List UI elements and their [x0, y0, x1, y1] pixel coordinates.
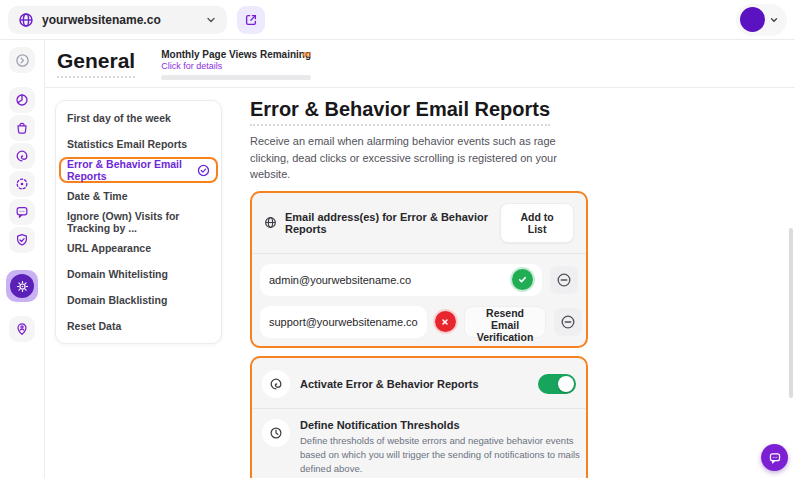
sidebar-item-analytics[interactable] — [9, 115, 35, 141]
content-area: First day of the week Statistics Email R… — [45, 88, 795, 478]
minus-circle-icon — [556, 272, 572, 288]
open-website-button[interactable] — [237, 6, 265, 34]
clock-icon — [262, 419, 290, 447]
icon-sidebar — [0, 40, 45, 478]
menu-item-date-time[interactable]: Date & Time — [59, 183, 218, 209]
website-name: yourwebsitename.co — [42, 13, 161, 27]
resend-email-verification-button[interactable]: Resend Email Verification — [464, 306, 547, 338]
menu-item-label: Error & Behavior Email Reports — [67, 158, 197, 182]
website-selector[interactable]: yourwebsitename.co — [8, 6, 227, 34]
remove-email-button[interactable] — [550, 266, 578, 294]
menu-item-domain-whitelisting[interactable]: Domain Whitelisting — [59, 261, 218, 287]
infinity-symbol: ∞ — [303, 47, 312, 61]
settings-menu: First day of the week Statistics Email R… — [55, 100, 222, 344]
top-bar: yourwebsitename.co — [0, 0, 795, 40]
minus-circle-icon — [560, 314, 576, 330]
sidebar-item-behavior[interactable] — [9, 143, 35, 169]
globe-icon — [264, 216, 277, 229]
email-box-title: Email address(es) for Error & Behavior R… — [285, 211, 492, 235]
usage-label: Monthly Page Views Remaining — [161, 49, 311, 60]
external-link-icon — [244, 13, 258, 27]
activate-label: Activate Error & Behavior Reports — [300, 378, 479, 390]
collapse-sidebar-button[interactable] — [9, 47, 35, 73]
gear-icon — [10, 274, 34, 298]
thresholds-row: Define Notification Thresholds Define th… — [260, 409, 578, 478]
page-header: General Monthly Page Views Remaining Cli… — [45, 40, 795, 88]
email-field-admin[interactable]: admin@yourwebsitename.co — [260, 264, 542, 296]
shopping-bag-icon — [15, 121, 29, 135]
globe-icon — [18, 12, 34, 28]
chat-bubble-icon — [768, 451, 782, 465]
sidebar-item-visitors[interactable] — [9, 316, 35, 342]
chat-bubble-icon — [15, 205, 29, 219]
scrollbar[interactable] — [789, 228, 793, 398]
sidebar-item-session-recordings[interactable] — [9, 171, 35, 197]
location-person-icon — [15, 322, 29, 336]
sidebar-item-dashboard[interactable] — [9, 87, 35, 113]
thresholds-description: Define thresholds of website errors and … — [300, 434, 582, 477]
spiral-icon — [15, 149, 29, 163]
spiral-icon — [262, 370, 290, 398]
sidebar-item-privacy[interactable] — [9, 227, 35, 253]
menu-item-reset-data[interactable]: Reset Data — [59, 313, 218, 339]
sidebar-item-feedback[interactable] — [9, 199, 35, 225]
chevron-down-icon — [769, 15, 779, 25]
pie-chart-icon — [15, 93, 29, 107]
usage-progress-bar — [161, 75, 311, 80]
add-to-list-button[interactable]: Add to List — [500, 203, 574, 243]
email-address: admin@yourwebsitename.co — [269, 274, 411, 286]
menu-item-error-behavior-email-reports[interactable]: Error & Behavior Email Reports — [59, 157, 218, 183]
section-title: Error & Behavior Email Reports — [250, 98, 550, 126]
main-panel: Error & Behavior Email Reports Receive a… — [250, 88, 588, 478]
email-address: support@yourwebsitename.co — [269, 316, 418, 328]
check-circle-icon — [197, 164, 210, 177]
menu-item-ignore-own-visits[interactable]: Ignore (Own) Visits for Tracking by ... — [59, 209, 218, 235]
menu-item-url-appearance[interactable]: URL Appearance — [59, 235, 218, 261]
thresholds-title: Define Notification Thresholds — [300, 419, 582, 431]
menu-item-statistics-email-reports[interactable]: Statistics Email Reports — [59, 131, 218, 157]
account-menu[interactable] — [736, 4, 787, 36]
shield-check-icon — [15, 233, 29, 247]
verified-check-icon — [512, 269, 533, 290]
activate-toggle[interactable] — [538, 374, 576, 394]
activate-row: Activate Error & Behavior Reports — [260, 366, 578, 408]
reports-settings-box: Activate Error & Behavior Reports Define… — [250, 356, 588, 478]
menu-item-domain-blacklisting[interactable]: Domain Blacklisting — [59, 287, 218, 313]
usage-details-link[interactable]: Click for details — [161, 61, 311, 71]
focus-dots-icon — [15, 177, 29, 191]
email-row: admin@yourwebsitename.co — [260, 264, 578, 296]
avatar — [740, 7, 765, 32]
page-views-usage-widget: Monthly Page Views Remaining Click for d… — [161, 47, 311, 80]
sidebar-item-settings[interactable] — [6, 270, 38, 302]
email-addresses-box: Email address(es) for Error & Behavior R… — [250, 191, 588, 348]
expand-arrow-icon — [15, 53, 30, 68]
chevron-down-icon — [205, 14, 217, 26]
menu-item-first-day-of-week[interactable]: First day of the week — [59, 105, 218, 131]
remove-email-button[interactable] — [554, 308, 582, 336]
page-title: General — [57, 49, 135, 78]
email-row: support@yourwebsitename.co Resend Email … — [260, 306, 578, 338]
support-chat-button[interactable] — [761, 444, 788, 471]
email-field-support[interactable]: support@yourwebsitename.co — [260, 306, 427, 338]
email-box-header: Email address(es) for Error & Behavior R… — [252, 193, 586, 254]
section-description: Receive an email when alarming behavior … — [250, 133, 582, 183]
unverified-x-icon — [435, 311, 456, 332]
